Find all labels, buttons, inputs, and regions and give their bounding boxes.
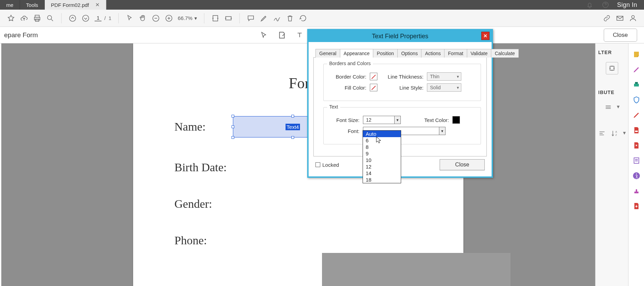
app-tab-strip: me Tools PDF Form02.pdf ✕ Sign In [0,0,644,10]
tab-tools[interactable]: Tools [20,0,45,10]
comment-icon[interactable] [247,14,255,22]
tab-general[interactable]: General [315,49,340,58]
text-color-swatch[interactable] [452,116,460,124]
resize-handle[interactable] [232,115,234,118]
rail-shield-icon[interactable] [632,96,641,104]
highlight-icon[interactable] [260,14,268,22]
rail-note-icon[interactable] [632,50,641,59]
panel-tool-icon[interactable] [606,62,618,74]
rail-export-icon[interactable] [632,202,641,210]
align-left-icon[interactable] [598,130,606,139]
edit-text-tool-icon[interactable] [277,30,287,40]
resize-handle[interactable] [232,125,234,128]
help-icon[interactable] [601,1,610,9]
font-size-option[interactable]: 10 [363,157,401,163]
hand-pan-icon[interactable] [139,14,147,22]
rail-form-icon[interactable] [632,156,641,165]
font-size-option[interactable]: 18 [363,176,401,183]
line-thickness-select[interactable]: Thin▼ [427,72,461,81]
font-size-option[interactable]: 8 [363,144,401,150]
dialog-close-icon[interactable]: ✕ [481,32,490,40]
rail-redact-icon[interactable] [632,111,641,119]
fill-color-swatch[interactable] [370,84,377,91]
font-size-option[interactable]: 14 [363,170,401,176]
tab-format[interactable]: Format [444,49,467,58]
border-color-swatch[interactable] [370,73,377,80]
cloud-upload-icon[interactable] [20,14,28,22]
tab-document[interactable]: PDF Form02.pdf ✕ [45,0,106,10]
sort-az-icon[interactable]: AZ [611,130,618,139]
refresh-icon[interactable] [299,14,307,22]
sign-in-link[interactable]: Sign In [617,1,637,9]
tool-rail [628,43,644,286]
line-style-select[interactable]: Solid▼ [427,83,461,92]
zoom-out-icon[interactable] [152,14,160,22]
font-size-combo[interactable]: 12 ▼ [363,116,401,124]
notification-bell-icon[interactable] [586,1,594,9]
document-canvas[interactable]: Form Name: Text4 Birth Date: Gender: Pho… [1,43,595,286]
option-label: Auto [366,131,376,137]
zoom-in-icon[interactable] [165,14,173,22]
link-icon[interactable] [603,14,611,22]
search-icon[interactable] [46,14,54,22]
text-color-label: Text Color: [415,117,449,123]
fit-width-icon[interactable] [211,14,219,22]
chevron-down-icon[interactable]: ▾ [623,130,626,139]
rail-pencil-icon[interactable] [632,65,641,74]
page-current[interactable]: 1 [95,15,101,21]
rail-accessibility-icon[interactable] [632,172,641,180]
font-size-option[interactable]: 9 [363,150,401,157]
pointer-select-icon[interactable] [126,14,134,22]
resize-handle[interactable] [291,115,294,118]
page-down-icon[interactable] [82,14,90,22]
delete-icon[interactable] [286,14,294,22]
rail-stamp-icon[interactable] [632,187,641,195]
tab-document-close-icon[interactable]: ✕ [95,2,100,8]
main-toolbar: 1 / 1 66.7% ▾ [0,10,644,27]
resize-handle[interactable] [232,136,234,139]
star-icon[interactable] [7,14,15,22]
tab-calculate[interactable]: Calculate [491,49,518,58]
text-tool-icon[interactable] [294,30,305,40]
sign-icon[interactable] [273,14,281,22]
chevron-down-icon: ▼ [456,75,460,79]
rail-compress-icon[interactable] [632,141,641,150]
tab-actions[interactable]: Actions [421,49,444,58]
option-label: 10 [366,157,372,163]
page-shadow [322,253,511,286]
tab-position[interactable]: Position [373,49,398,58]
dialog-close-button[interactable]: Close [440,159,485,170]
tab-appearance[interactable]: Appearance [340,49,374,58]
tab-options[interactable]: Options [397,49,421,58]
page-counter: 1 / 1 [95,15,111,21]
locked-checkbox[interactable]: Locked [315,162,339,168]
email-icon[interactable] [616,14,624,22]
close-prepare-form-button[interactable]: Close [604,29,637,42]
zoom-level[interactable]: 66.7% ▾ [178,15,197,21]
font-size-option[interactable]: Auto [363,131,401,137]
print-icon[interactable] [33,14,41,22]
account-icon[interactable] [629,14,637,22]
font-size-option[interactable]: 12 [363,163,401,170]
tab-tools-label: Tools [26,2,38,8]
resize-handle[interactable] [291,136,294,139]
right-panel-header-1: LTER [595,43,628,59]
svg-point-32 [636,174,637,175]
tab-validate[interactable]: Validate [467,49,492,58]
svg-rect-9 [213,16,218,21]
svg-point-6 [83,15,89,21]
svg-text:Z: Z [615,133,617,136]
page-up-icon[interactable] [68,14,77,22]
font-size-dropdown[interactable]: Auto 6 8 9 10 12 14 18 [363,130,401,183]
prepare-form-label: epare Form [0,31,103,39]
fit-page-icon[interactable] [224,14,233,22]
font-size-option[interactable]: 6 [363,137,401,144]
align-icon[interactable] [604,103,612,112]
dialog-titlebar[interactable]: Text Field Properties ✕ [309,30,492,42]
svg-rect-28 [635,82,638,84]
arrow-tool-icon[interactable] [259,30,269,40]
tab-home[interactable]: me [0,0,20,10]
rail-pdf-icon[interactable] [632,126,641,134]
rail-print-icon[interactable] [632,81,641,89]
chevron-down-icon[interactable]: ▾ [617,103,620,112]
